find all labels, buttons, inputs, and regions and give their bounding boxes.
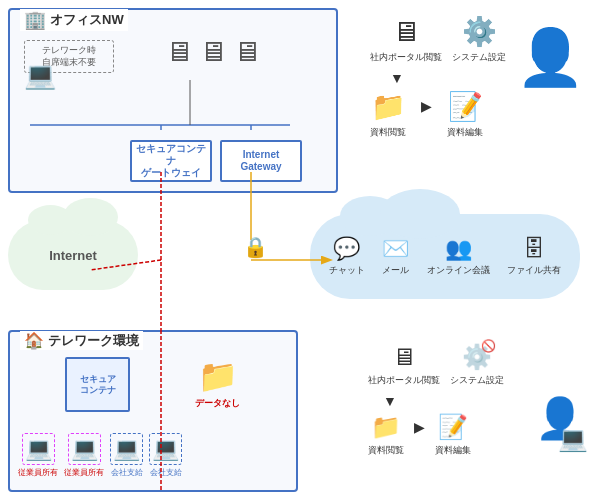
tw-app-doc-edit: 📝 資料編集: [435, 413, 471, 457]
telework-env-title: テレワーク環境: [48, 332, 139, 350]
arrow-right-office: ▶: [421, 98, 432, 114]
cloud-shape: 💬 チャット ✉️ メール 👥 オンライン会議 🗄 ファイル共有: [310, 214, 580, 299]
tw-system-settings-label: システム設定: [450, 374, 504, 387]
system-settings-label: システム設定: [452, 51, 506, 64]
office-nw-label: 🏢 オフィスNW: [20, 9, 128, 31]
tw-laptop-person: 💻: [558, 425, 588, 453]
portal-icon: 🖥: [392, 15, 420, 48]
tw-app-portal-view: 🖥 社内ポータル閲覧: [368, 343, 440, 387]
chat-label: チャット: [329, 264, 365, 277]
telework-env-box: 🏠 テレワーク環境 セキュアコンテナ 📁 データなし 💻 従業員所有: [8, 330, 298, 492]
owned-box-2: 💻: [68, 433, 101, 465]
tw-doc-view-label: 資料閲覧: [368, 444, 404, 457]
office-apps-panel: 🖥 社内ポータル閲覧 ⚙️ システム設定 ▼ 📁 資料閲覧 ▶ 📝 資料編集: [370, 15, 590, 139]
laptop-employee-owned-1: 💻 従業員所有: [18, 433, 58, 478]
telework-env-label: 🏠 テレワーク環境: [20, 331, 143, 350]
app-mail: ✉️ メール: [382, 236, 409, 277]
arrow-down-tw: ▼: [383, 393, 397, 409]
internet-label: Internet: [49, 248, 97, 263]
tw-app-doc-view: 📁 資料閲覧: [368, 413, 404, 457]
laptop-company-issued-1: 💻 会社支給: [110, 433, 143, 478]
meeting-icon: 👥: [445, 236, 472, 262]
laptop-row: 💻 従業員所有 💻 従業員所有 💻 会社支給 💻: [18, 433, 182, 478]
internet-section: Internet: [8, 220, 148, 310]
office-nw-title: オフィスNW: [50, 11, 124, 29]
portal-view-label: 社内ポータル閲覧: [370, 51, 442, 64]
lock-icon-internet: 🔒: [243, 235, 268, 259]
arrow-right-tw: ▶: [414, 419, 425, 435]
laptop-icon-2: 💻: [71, 436, 98, 461]
company-box-2: 💻: [149, 433, 182, 465]
office-nw-box: 🏢 オフィスNW テレワーク時自席端末不要 💻 🖥 🖥 🖥 セキュアコンテナゲー…: [8, 8, 338, 193]
building-icon: 🏢: [24, 9, 46, 31]
app-system-settings: ⚙️ システム設定: [452, 15, 506, 64]
app-portal-view: 🖥 社内ポータル閲覧: [370, 15, 442, 64]
doc-view-label: 資料閲覧: [370, 126, 406, 139]
secure-container-tw: セキュアコンテナ: [65, 357, 130, 412]
tw-doc-edit-label: 資料編集: [435, 444, 471, 457]
owned-box-1: 💻: [22, 433, 55, 465]
internet-cloud: Internet: [8, 220, 138, 290]
tw-settings-icon: ⚙️: [462, 343, 492, 370]
secure-gw-label: セキュアコンテナゲートウェイ: [132, 143, 210, 179]
doc-view-icon: 📁: [371, 90, 406, 123]
laptop-label-4: 会社支給: [150, 467, 182, 478]
home-icon: 🏠: [24, 331, 44, 350]
tw-app-system-settings: ⚙️ システム設定: [450, 343, 504, 387]
laptop-label-3: 会社支給: [111, 467, 143, 478]
laptop-label-1: 従業員所有: [18, 467, 58, 478]
app-fileshare: 🗄 ファイル共有: [507, 236, 561, 277]
server-group: 🖥 🖥 🖥: [165, 35, 261, 68]
internet-gw-label: InternetGateway: [240, 149, 281, 173]
server-icon-2: 🖥: [199, 35, 227, 68]
tw-doc-edit-icon: 📝: [438, 413, 468, 441]
settings-icon: ⚙️: [462, 15, 497, 48]
folder-icon: 📁: [198, 357, 238, 395]
secure-container-label: セキュアコンテナ: [80, 374, 116, 396]
mail-icon: ✉️: [382, 236, 409, 262]
laptop-icon-4: 💻: [152, 436, 179, 461]
tw-portal-view-label: 社内ポータル閲覧: [368, 374, 440, 387]
doc-edit-icon: 📝: [448, 90, 483, 123]
laptop-label-2: 従業員所有: [64, 467, 104, 478]
data-nashi-label: データなし: [195, 397, 240, 410]
chat-icon: 💬: [333, 236, 360, 262]
tw-portal-icon: 🖥: [392, 343, 416, 371]
laptop-employee-owned-2: 💻 従業員所有: [64, 433, 104, 478]
laptop-icon-1: 💻: [25, 436, 52, 461]
meeting-label: オンライン会議: [427, 264, 490, 277]
secure-gateway-box: セキュアコンテナゲートウェイ: [130, 140, 212, 182]
arrow-down-office: ▼: [390, 70, 404, 86]
data-folder: 📁 データなし: [195, 357, 240, 410]
app-doc-view: 📁 資料閲覧: [370, 90, 406, 139]
tw-doc-view-icon: 📁: [371, 413, 401, 441]
laptop-company-issued-2: 💻 会社支給: [149, 433, 182, 478]
server-icon-1: 🖥: [165, 35, 193, 68]
telework-apps-panel: 🖥 社内ポータル閲覧 ⚙️ システム設定 ▼ 📁 資料閲覧 ▶ 📝 資料編: [360, 335, 590, 497]
fileshare-label: ファイル共有: [507, 264, 561, 277]
tw-settings-forbidden: ⚙️: [462, 343, 492, 371]
fileshare-icon: 🗄: [523, 236, 545, 262]
internet-gateway-box: InternetGateway: [220, 140, 302, 182]
company-box-1: 💻: [110, 433, 143, 465]
mail-label: メール: [382, 264, 409, 277]
cloud-section: Cloud 💬 チャット ✉️ メール 👥 オンライン会議 🗄 ファイル共有: [310, 198, 580, 299]
app-chat: 💬 チャット: [329, 236, 365, 277]
app-doc-edit: 📝 資料編集: [447, 90, 483, 139]
diagram-container: 🏢 オフィスNW テレワーク時自席端末不要 💻 🖥 🖥 🖥 セキュアコンテナゲー…: [0, 0, 600, 502]
server-icon-3: 🖥: [233, 35, 261, 68]
office-person-icon: 👤: [516, 25, 585, 90]
office-laptop-icon: 💻: [24, 60, 56, 91]
laptop-icon-3: 💻: [113, 436, 140, 461]
app-meeting: 👥 オンライン会議: [427, 236, 490, 277]
doc-edit-label: 資料編集: [447, 126, 483, 139]
